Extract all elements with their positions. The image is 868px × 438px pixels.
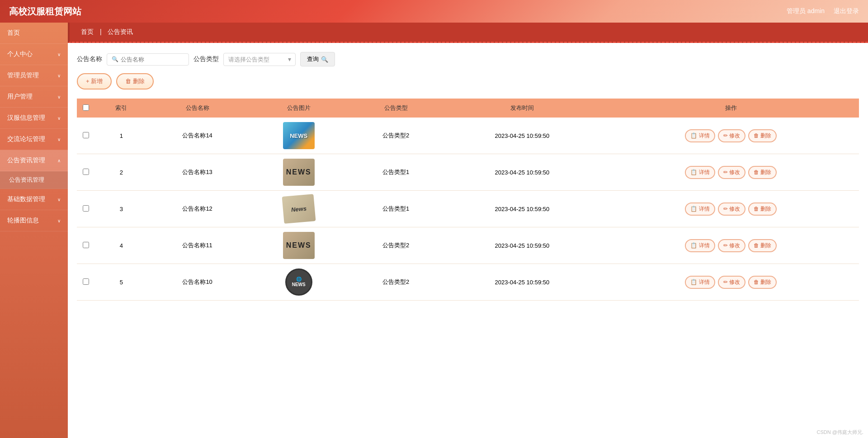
table-row: 2 公告名称13 NEWS 公告类型1 2023-04-25 10:59:50 <box>77 154 859 191</box>
add-label: + 新增 <box>86 77 103 85</box>
row-select-1[interactable] <box>83 132 89 138</box>
edit-button-2[interactable]: ✏ 修改 <box>718 166 745 179</box>
breadcrumb-home[interactable]: 首页 <box>81 28 94 35</box>
row-select-2[interactable] <box>83 169 89 175</box>
header: 高校汉服租赁网站 管理员 admin 退出登录 <box>0 0 868 23</box>
sidebar-label-base-mgmt: 基础数据管理 <box>7 195 45 203</box>
sidebar-item-carousel-mgmt[interactable]: 轮播图信息 ∨ <box>0 210 68 231</box>
row-image: NEWS <box>247 227 350 264</box>
news-text-3: News <box>291 205 307 213</box>
batch-delete-button[interactable]: 🗑 删除 <box>116 73 154 89</box>
news-text-2: NEWS <box>286 168 311 176</box>
sidebar-item-personal[interactable]: 个人中心 ∨ <box>0 44 68 65</box>
detail-button-1[interactable]: 📋 详情 <box>685 129 715 142</box>
header-time: 发布时间 <box>441 99 603 118</box>
op-buttons-5: 📋 详情 ✏ 修改 🗑 删除 <box>608 276 854 289</box>
row-select-5[interactable] <box>83 278 89 285</box>
sidebar-label-admin-mgmt: 管理员管理 <box>7 71 39 80</box>
delete-label: 🗑 删除 <box>125 77 145 85</box>
logout-button[interactable]: 退出登录 <box>834 7 859 15</box>
detail-button-4[interactable]: 📋 详情 <box>685 239 715 252</box>
type-select-wrapper: 请选择公告类型 公告类型1 公告类型2 <box>223 53 296 66</box>
chevron-down-icon: ∨ <box>57 73 61 78</box>
layout: 首页 个人中心 ∨ 管理员管理 ∨ 用户管理 ∨ 汉服信息管理 ∨ 交流论坛管理… <box>0 23 868 438</box>
table-row: 3 公告名称12 News 公告类型1 2023-04-25 10:59:50 <box>77 191 859 227</box>
news-text-4: NEWS <box>286 241 311 250</box>
row-select-4[interactable] <box>83 242 89 248</box>
sidebar-submenu-notice: 公告资讯管理 <box>0 171 68 189</box>
chevron-down-icon: ∨ <box>57 218 61 223</box>
delete-button-4[interactable]: 🗑 删除 <box>748 239 777 252</box>
news-image-4: NEWS <box>283 232 315 259</box>
delete-button-5[interactable]: 🗑 删除 <box>748 276 777 289</box>
sidebar-label-user-mgmt: 用户管理 <box>7 93 33 101</box>
edit-button-4[interactable]: ✏ 修改 <box>718 239 745 252</box>
main-content: 首页 | 公告资讯 公告名称 🔍 公告类型 请选择公告类型 公告类型1 公告类型… <box>68 23 868 438</box>
row-select-3[interactable] <box>83 205 89 212</box>
sidebar-item-home[interactable]: 首页 <box>0 23 68 44</box>
edit-button-5[interactable]: ✏ 修改 <box>718 276 745 289</box>
query-search-icon: 🔍 <box>321 56 328 63</box>
sidebar-label-home: 首页 <box>7 29 20 37</box>
type-select[interactable]: 请选择公告类型 公告类型1 公告类型2 <box>223 53 296 66</box>
sidebar-item-base-mgmt[interactable]: 基础数据管理 ∨ <box>0 189 68 210</box>
row-image: 🌐NEWS <box>247 264 350 301</box>
table-header-row: 索引 公告名称 公告图片 公告类型 发布时间 操作 <box>77 99 859 118</box>
detail-button-2[interactable]: 📋 详情 <box>685 166 715 179</box>
breadcrumb-current: 公告资讯 <box>108 28 133 35</box>
header-right: 管理员 admin 退出登录 <box>787 7 859 15</box>
row-checkbox <box>77 154 95 191</box>
delete-button-3[interactable]: 🗑 删除 <box>748 203 777 216</box>
query-label: 查询 <box>307 55 319 63</box>
row-image: NEWS <box>247 154 350 191</box>
add-button[interactable]: + 新增 <box>77 73 112 89</box>
row-index: 1 <box>95 118 148 154</box>
content-area: 公告名称 🔍 公告类型 请选择公告类型 公告类型1 公告类型2 查询 🔍 <box>68 43 868 310</box>
table-row: 4 公告名称11 NEWS 公告类型2 2023-04-25 10:59:50 <box>77 227 859 264</box>
sidebar-sub-item-notice-manage[interactable]: 公告资讯管理 <box>0 171 68 189</box>
sidebar-label-carousel-mgmt: 轮播图信息 <box>7 217 39 225</box>
select-all-checkbox[interactable] <box>83 104 89 111</box>
row-ops: 📋 详情 ✏ 修改 🗑 删除 <box>603 118 859 154</box>
row-ops: 📋 详情 ✏ 修改 🗑 删除 <box>603 264 859 301</box>
row-name: 公告名称12 <box>148 191 247 227</box>
row-type: 公告类型2 <box>350 264 441 301</box>
sidebar-item-notice-mgmt[interactable]: 公告资讯管理 ∧ <box>0 150 68 171</box>
search-name-input[interactable] <box>121 56 184 63</box>
header-checkbox-col <box>77 99 95 118</box>
row-type: 公告类型2 <box>350 227 441 264</box>
delete-button-2[interactable]: 🗑 删除 <box>748 166 777 179</box>
admin-label: 管理员 admin <box>787 7 825 15</box>
sidebar-item-user-mgmt[interactable]: 用户管理 ∨ <box>0 86 68 108</box>
breadcrumb-separator: | <box>100 28 102 35</box>
search-icon: 🔍 <box>112 56 118 62</box>
footer-watermark: CSDN @伟庭大师兄. <box>817 429 863 436</box>
header-index: 索引 <box>95 99 148 118</box>
row-index: 5 <box>95 264 148 301</box>
delete-button-1[interactable]: 🗑 删除 <box>748 129 777 142</box>
sidebar-item-forum-mgmt[interactable]: 交流论坛管理 ∨ <box>0 129 68 150</box>
search-bar: 公告名称 🔍 公告类型 请选择公告类型 公告类型1 公告类型2 查询 🔍 <box>77 52 859 66</box>
breadcrumb: 首页 | 公告资讯 <box>68 23 868 43</box>
detail-button-5[interactable]: 📋 详情 <box>685 276 715 289</box>
site-title: 高校汉服租赁网站 <box>9 5 81 18</box>
query-button[interactable]: 查询 🔍 <box>300 52 335 66</box>
detail-button-3[interactable]: 📋 详情 <box>685 203 715 216</box>
chevron-down-icon: ∨ <box>57 197 61 202</box>
sidebar: 首页 个人中心 ∨ 管理员管理 ∨ 用户管理 ∨ 汉服信息管理 ∨ 交流论坛管理… <box>0 23 68 438</box>
edit-button-3[interactable]: ✏ 修改 <box>718 203 745 216</box>
action-bar: + 新增 🗑 删除 <box>77 73 859 89</box>
edit-button-1[interactable]: ✏ 修改 <box>718 129 745 142</box>
row-name: 公告名称10 <box>148 264 247 301</box>
sidebar-item-admin-mgmt[interactable]: 管理员管理 ∨ <box>0 65 68 86</box>
news-image-3: News <box>282 194 316 224</box>
sidebar-item-hanfu-mgmt[interactable]: 汉服信息管理 ∨ <box>0 108 68 129</box>
row-ops: 📋 详情 ✏ 修改 🗑 删除 <box>603 191 859 227</box>
row-name: 公告名称11 <box>148 227 247 264</box>
row-time: 2023-04-25 10:59:50 <box>441 191 603 227</box>
chevron-down-icon: ∨ <box>57 116 61 121</box>
op-buttons-3: 📋 详情 ✏ 修改 🗑 删除 <box>608 203 854 216</box>
chevron-down-icon: ∨ <box>57 94 61 99</box>
search-name-label: 公告名称 <box>77 55 102 63</box>
header-name: 公告名称 <box>148 99 247 118</box>
